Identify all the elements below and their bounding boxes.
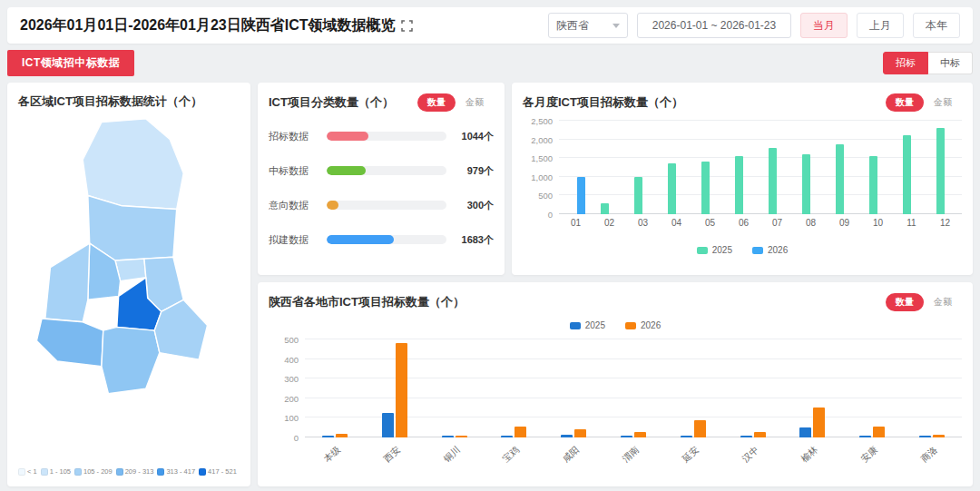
- date-range-input[interactable]: 2026-01-01 ~ 2026-01-23: [637, 13, 791, 38]
- map-region-baoji[interactable]: [45, 243, 90, 322]
- legend-item-2025[interactable]: 2025: [570, 320, 605, 330]
- bars: [681, 420, 706, 437]
- category-value: 1044个: [454, 130, 494, 143]
- x-axis-label: 05: [693, 218, 727, 228]
- bar-group: 01: [559, 121, 593, 214]
- bar-2025: [802, 154, 810, 214]
- chart-legend: 20252026: [269, 320, 962, 330]
- x-axis-label: 商洛: [918, 444, 940, 466]
- x-axis-label: 02: [593, 218, 626, 228]
- bid-type-toggle: 招标 中标: [883, 52, 973, 74]
- plot-area: 本级西安铜川宝鸡咸阳渭南延安汉中榆林安康商洛: [305, 339, 962, 437]
- map-legend-label: 417 - 521: [208, 467, 237, 476]
- bar-group: 榆林: [783, 339, 843, 437]
- category-rows: 招标数据1044个中标数据979个意向数据300个拟建数据1683个: [269, 119, 494, 257]
- legend-label: 2025: [585, 320, 605, 330]
- pill-quantity[interactable]: 数量: [886, 293, 924, 311]
- x-axis-label: 03: [626, 218, 660, 228]
- toggle-zhongbiao[interactable]: 中标: [928, 52, 973, 74]
- bar-2025: [601, 203, 609, 214]
- bar-group: 06: [727, 121, 760, 214]
- province-select[interactable]: 陕西省: [548, 13, 628, 38]
- bars: [668, 163, 686, 214]
- bar-2026: [933, 435, 945, 437]
- bars: [501, 427, 526, 437]
- bars: [836, 144, 854, 214]
- legend-item-2025[interactable]: 2025: [697, 245, 732, 255]
- category-panel-title: ICT项目分类数量（个）: [269, 94, 394, 111]
- pill-quantity[interactable]: 数量: [886, 93, 924, 112]
- x-axis-label: 安康: [858, 444, 880, 466]
- bar-group: 咸阳: [544, 339, 603, 437]
- category-value: 1683个: [454, 233, 494, 247]
- pill-amount[interactable]: 金额: [456, 93, 494, 112]
- period-button-last-month[interactable]: 上月: [857, 13, 904, 38]
- x-axis-label: 12: [928, 218, 962, 228]
- bar-2025: [382, 413, 394, 437]
- y-axis-label: 500: [538, 191, 553, 201]
- bars: [735, 156, 753, 214]
- y-axis-label: 100: [284, 413, 299, 423]
- pill-amount[interactable]: 金额: [924, 93, 962, 112]
- map-legend-swatch: [41, 468, 48, 476]
- map-legend-item: 1 - 105: [41, 467, 71, 476]
- bar-2026: [574, 429, 586, 437]
- bar-2026: [634, 432, 646, 437]
- map-legend-label: 1 - 105: [50, 467, 71, 476]
- category-row: 拟建数据1683个: [269, 222, 494, 257]
- toggle-zhaobiao[interactable]: 招标: [883, 52, 928, 74]
- bar-group: 本级: [305, 339, 365, 437]
- bar-2025: [735, 156, 743, 214]
- map-region-yulin[interactable]: [83, 119, 183, 210]
- pill-amount[interactable]: 金额: [924, 293, 962, 311]
- province-select-value: 陕西省: [556, 18, 589, 34]
- bar-group: 03: [626, 121, 660, 214]
- section-tab-ict-bidding[interactable]: ICT领域招中标数据: [7, 50, 134, 76]
- chevron-down-icon: [612, 24, 620, 28]
- map-legend-swatch: [18, 468, 25, 476]
- map-region-hanzhong[interactable]: [36, 319, 103, 367]
- category-bar-track: [327, 201, 446, 210]
- x-axis-label: 11: [895, 218, 928, 228]
- date-range-value: 2026-01-01 ~ 2026-01-23: [652, 19, 776, 32]
- bar-group: 11: [895, 121, 928, 214]
- period-button-current-month[interactable]: 当月: [800, 13, 848, 38]
- city-panel-title: 陕西省各地市ICT项目招标数量（个）: [269, 294, 465, 310]
- bars: [382, 343, 407, 437]
- bar-group: 铜川: [425, 339, 485, 437]
- bars: [936, 128, 955, 214]
- x-axis-label: 榆林: [799, 444, 821, 466]
- bars: [701, 162, 720, 214]
- bars: [322, 434, 348, 437]
- map-region-ankang[interactable]: [102, 327, 160, 393]
- legend-item-2026[interactable]: 2026: [625, 320, 661, 330]
- legend-item-2026[interactable]: 2026: [752, 245, 788, 255]
- category-bar-fill: [327, 166, 366, 175]
- bar-group: 汉中: [723, 339, 783, 437]
- monthly-metric-toggle: 数量 金额: [886, 93, 962, 112]
- fullscreen-icon[interactable]: [401, 20, 413, 32]
- bar-2025: [322, 436, 334, 437]
- bar-2025: [936, 128, 945, 214]
- shaanxi-map: [18, 117, 240, 433]
- plot-area: 010203040506070809101112: [559, 121, 962, 214]
- y-axis-label: 400: [284, 354, 299, 364]
- bars: [567, 177, 585, 214]
- category-bar-track: [327, 235, 446, 244]
- category-row: 中标数据979个: [269, 153, 494, 188]
- bar-group: 10: [861, 121, 895, 214]
- x-axis-label: 铜川: [441, 444, 463, 466]
- period-button-this-year[interactable]: 本年: [913, 13, 960, 38]
- bar-2025: [621, 436, 632, 437]
- bar-group: 西安: [365, 339, 425, 437]
- pill-quantity[interactable]: 数量: [417, 93, 456, 112]
- bar-2026: [754, 432, 766, 437]
- x-axis-label: 汉中: [740, 444, 761, 466]
- bar-2026: [456, 436, 467, 437]
- page-title: 2026年01月01日-2026年01月23日陕西省ICT领域数据概览: [20, 16, 395, 35]
- x-axis-label: 延安: [680, 444, 701, 466]
- bar-2025: [701, 162, 710, 214]
- bars: [561, 429, 586, 437]
- legend-swatch: [625, 322, 636, 329]
- map-panel-title: 各区域ICT项目招标数据统计（个）: [18, 93, 202, 110]
